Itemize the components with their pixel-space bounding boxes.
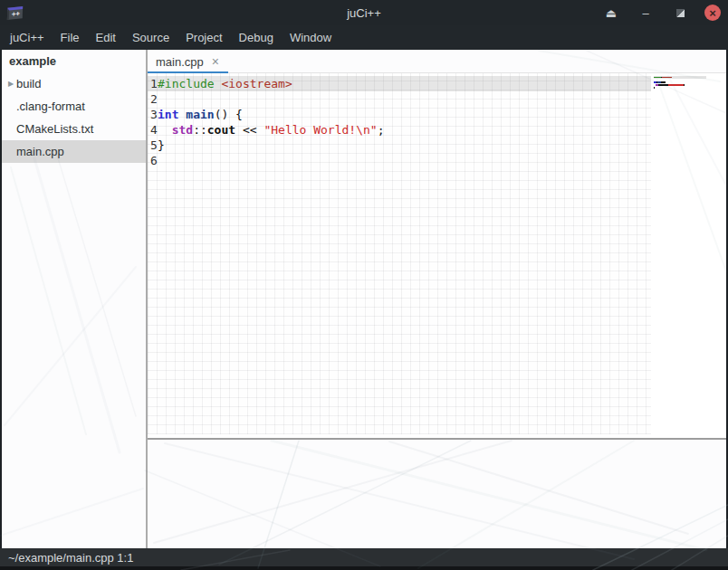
tree-item-label: main.cpp: [16, 145, 64, 158]
minimize-window-icon[interactable]: –: [636, 3, 656, 23]
line-text: int main() {: [157, 107, 243, 122]
restore-window-icon[interactable]: [670, 3, 690, 23]
line-text: [157, 91, 158, 107]
line-number: 3: [148, 107, 157, 122]
window-controls: ⏏ – ×: [601, 0, 721, 25]
tab-label: main.cpp: [156, 55, 204, 69]
tab-bar: main.cpp ×: [148, 50, 726, 73]
restore-glyph: [676, 9, 685, 17]
statusbar-path-position: ~/example/main.cpp 1:1: [8, 551, 133, 565]
menu-item-source[interactable]: Source: [124, 25, 177, 50]
tree-item-label: build: [16, 77, 41, 90]
line-text: std::cout << "Hello World!\n";: [157, 122, 384, 138]
tree-item-main-cpp[interactable]: main.cpp: [2, 140, 146, 163]
vertical-splitter[interactable]: [146, 50, 148, 548]
menu-item-project[interactable]: Project: [177, 25, 230, 50]
line-text: [157, 153, 158, 168]
line-text: #include <iostream>: [157, 76, 292, 91]
tree-item-build[interactable]: ▶build: [2, 72, 146, 95]
close-window-icon[interactable]: ×: [704, 5, 721, 21]
file-tree-panel: example ▶build.clang-formatCMakeLists.tx…: [2, 50, 146, 548]
menu-item-juci[interactable]: juCi++: [2, 25, 53, 50]
tree-root-example[interactable]: example: [2, 50, 146, 72]
tree-item-clang-format[interactable]: .clang-format: [2, 95, 146, 118]
tab-main-cpp[interactable]: main.cpp ×: [148, 50, 228, 73]
line-number: 2: [148, 91, 157, 107]
minimap-line: [654, 89, 706, 91]
line-number: 6: [148, 153, 157, 168]
editor-column: main.cpp × 1#include <iostream>23int mai…: [148, 50, 726, 548]
shade-window-icon[interactable]: ⏏: [601, 3, 621, 23]
statusbar: ~/example/main.cpp 1:1: [0, 548, 728, 570]
code-lines: 1#include <iostream>23int main() {4 std:…: [148, 76, 651, 168]
line-number: 1: [148, 76, 157, 91]
line-number: 5: [148, 138, 157, 153]
menu-item-file[interactable]: File: [53, 25, 88, 50]
minimap-content: [654, 76, 706, 91]
code-line-4: 4 std::cout << "Hello World!\n";: [148, 122, 651, 138]
code-line-6: 6: [148, 153, 651, 168]
tree-item-label: .clang-format: [16, 100, 85, 113]
tree-item-cmakelists-txt[interactable]: CMakeLists.txt: [2, 118, 146, 140]
tree-item-label: CMakeLists.txt: [16, 122, 93, 136]
app-logo-icon: ++: [7, 6, 23, 20]
code-editor[interactable]: 1#include <iostream>23int main() {4 std:…: [148, 73, 651, 434]
titlebar: ++ juCi++ ⏏ – ×: [0, 0, 728, 25]
expander-icon[interactable]: ▶: [2, 80, 16, 88]
line-number: 4: [148, 122, 157, 138]
menu-item-window[interactable]: Window: [282, 25, 340, 50]
minimap[interactable]: [651, 73, 726, 434]
menubar: juCi++FileEditSourceProjectDebugWindow: [0, 25, 728, 50]
line-text: }: [157, 138, 165, 153]
code-line-2: 2: [148, 91, 651, 107]
content-area: example ▶build.clang-formatCMakeLists.tx…: [0, 50, 728, 548]
tab-close-icon[interactable]: ×: [212, 55, 219, 68]
file-tree-items: ▶build.clang-formatCMakeLists.txtmain.cp…: [2, 72, 146, 163]
app-window: ++ juCi++ ⏏ – × juCi++FileEditSourceProj…: [0, 0, 728, 570]
code-line-1: 1#include <iostream>: [148, 76, 651, 91]
code-line-5: 5}: [148, 138, 651, 153]
menu-item-edit[interactable]: Edit: [88, 25, 124, 50]
editor-area: 1#include <iostream>23int main() {4 std:…: [148, 73, 726, 438]
code-line-3: 3int main() {: [148, 107, 651, 122]
menu-item-debug[interactable]: Debug: [231, 25, 282, 50]
terminal-panel[interactable]: [148, 440, 726, 548]
